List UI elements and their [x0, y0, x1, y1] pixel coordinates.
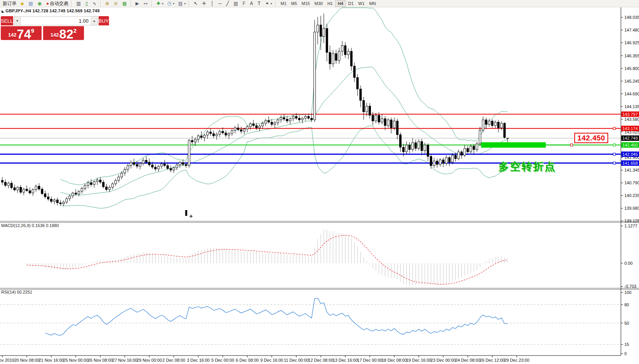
new-order-button[interactable]: 新订单 [1, 0, 18, 7]
chart-shift-button[interactable]: ↦ [142, 0, 150, 7]
symbol-ohlc-line: ◣GBPJPY-,H4 142.728 142.749 142.569 142.… [2, 8, 100, 13]
candle [87, 183, 89, 185]
svg-text:26 Nov 08:00: 26 Nov 08:00 [88, 358, 113, 362]
label-tool-button[interactable]: T [256, 0, 263, 7]
candle [44, 194, 46, 197]
candle [295, 116, 297, 118]
candle [448, 157, 450, 162]
svg-text:12 Dec 08:00: 12 Dec 08:00 [308, 358, 333, 362]
timeframe-d1[interactable]: D1 [346, 0, 356, 7]
alerts-button[interactable]: ◉ [36, 0, 44, 7]
candle [366, 106, 368, 112]
candle [47, 197, 49, 199]
candle [176, 165, 178, 168]
shapes-button[interactable]: ✦▾ [263, 0, 274, 7]
timeframe-m15[interactable]: M15 [299, 0, 312, 7]
timeframe-mn[interactable]: MN [367, 0, 378, 7]
candle [29, 191, 31, 193]
line-marker[interactable] [613, 127, 616, 130]
timeframe-h4[interactable]: H4 [335, 0, 346, 7]
bar-chart-button[interactable]: ▥ [74, 0, 83, 7]
svg-text:19 Nov 2019: 19 Nov 2019 [0, 358, 14, 362]
svg-text:144.690: 144.690 [624, 92, 639, 96]
zone-price-callout[interactable]: 142.450 [574, 133, 608, 143]
trendline-tool-button[interactable]: ╱ [224, 0, 231, 7]
candle [341, 45, 343, 51]
zoom-in-button[interactable]: ⊕ [103, 0, 112, 7]
candle [200, 136, 202, 137]
svg-text:5 Dec 00:00: 5 Dec 00:00 [211, 358, 234, 362]
candle [274, 123, 276, 124]
vline-tool-button[interactable]: │ [209, 0, 216, 7]
chart-window-button[interactable]: ◆ [18, 0, 27, 7]
cursor-button[interactable]: ↖ [192, 0, 200, 7]
auto-scroll-button[interactable]: ▶ [134, 0, 142, 7]
candle [354, 66, 356, 78]
candle [148, 162, 150, 165]
svg-text:146.925: 146.925 [624, 40, 639, 45]
hline-icon: ─ [218, 0, 222, 7]
sell-button[interactable]: SELL [1, 16, 13, 25]
candle [479, 130, 481, 144]
timeframe-w1[interactable]: W1 [356, 0, 367, 7]
line-marker[interactable] [570, 144, 573, 146]
volume-decrease-button[interactable]: ▼ [14, 17, 21, 25]
line-marker[interactable] [613, 144, 616, 146]
candle [249, 124, 251, 127]
buy-price-display[interactable]: 142 82 2 [43, 26, 84, 40]
sell-price-display[interactable]: 142 74 9 [1, 26, 42, 40]
volume-increase-button[interactable]: ▲ [91, 17, 97, 25]
candle [412, 143, 414, 150]
signal-icon: ◉ [38, 0, 42, 7]
cursor-icon: ↖ [194, 0, 198, 7]
candle [403, 147, 404, 152]
svg-text:143.797: 143.797 [622, 112, 638, 117]
volume-input[interactable] [21, 17, 91, 25]
candle-chart-button[interactable]: ▯ [84, 0, 91, 7]
candle [106, 187, 107, 189]
timeframe-m30[interactable]: M30 [312, 0, 325, 7]
candle [283, 117, 285, 119]
candle [338, 51, 340, 60]
tile-windows-button[interactable]: ▦ [120, 0, 129, 7]
candle [210, 132, 211, 134]
candle [121, 173, 123, 177]
buy-price-sup: 2 [74, 27, 77, 34]
candle [265, 120, 267, 123]
grid-tool-button[interactable]: F [241, 0, 248, 7]
candle [406, 145, 408, 152]
svg-text:50: 50 [624, 321, 629, 326]
candle [118, 177, 120, 180]
candle [179, 162, 181, 165]
candle-chart-icon: ▯ [86, 0, 88, 7]
chart-canvas[interactable]: 148.035147.480146.925146.355145.800145.2… [0, 0, 639, 364]
toolbar-separator [189, 1, 191, 7]
crosshair-button[interactable]: ✛ [200, 0, 209, 7]
timeframe-m1[interactable]: M1 [278, 0, 289, 7]
candle [109, 187, 111, 190]
line-marker[interactable] [613, 153, 616, 155]
templates-button[interactable]: ▧▾ [176, 0, 188, 7]
shapes-icon: ✦ [265, 0, 269, 7]
text-tool-button[interactable]: A [248, 0, 256, 7]
fibonacci-tool-button[interactable]: ▨ [231, 0, 240, 7]
line-marker[interactable] [613, 162, 616, 164]
svg-text:27 Nov 16:00: 27 Nov 16:00 [112, 358, 137, 362]
candle [268, 120, 270, 122]
highlight-zone[interactable] [481, 142, 546, 148]
timeframe-m5[interactable]: M5 [289, 0, 299, 7]
buy-button[interactable]: BUY [99, 16, 109, 25]
periods-button[interactable]: ◷▾ [165, 0, 176, 7]
candle [384, 119, 386, 125]
timeframe-h1[interactable]: H1 [325, 0, 335, 7]
data-window-button[interactable]: ▤ [27, 0, 35, 7]
macd-indicator-label: MACD(12,26,9) 0.1536 0.1880 [1, 223, 59, 228]
line-chart-button[interactable]: ∿ [91, 0, 99, 7]
line-chart-icon: ∿ [92, 0, 96, 7]
autotrading-button[interactable]: ●自动交易 [44, 0, 70, 7]
add-indicator-button[interactable]: ✚▾ [154, 0, 165, 7]
zoom-out-button[interactable]: ⊖ [112, 0, 120, 7]
sell-price-sup: 9 [31, 27, 34, 34]
svg-text:139.125: 139.125 [624, 219, 639, 223]
hline-tool-button[interactable]: ─ [216, 0, 225, 7]
